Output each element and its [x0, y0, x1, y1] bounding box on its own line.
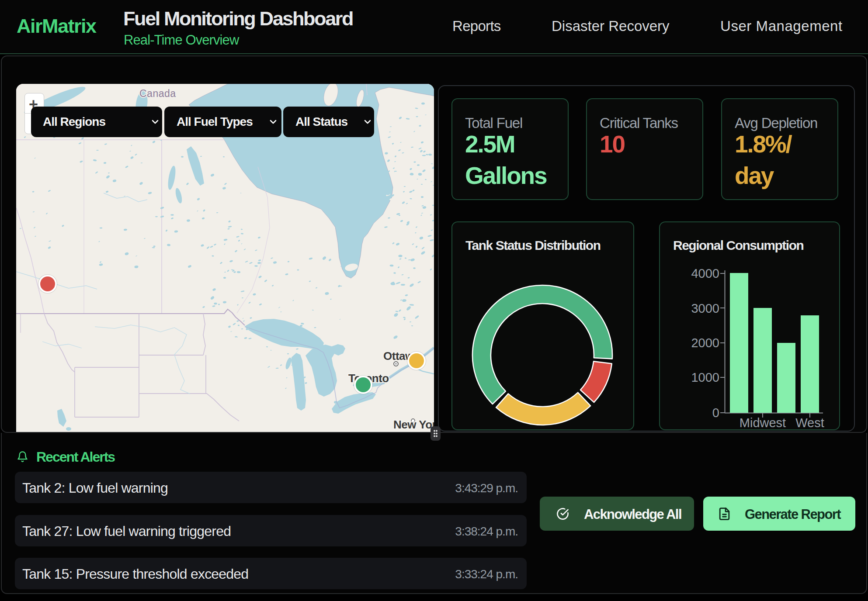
svg-text:2000: 2000	[691, 336, 719, 350]
svg-text:3000: 3000	[691, 301, 719, 315]
svg-text:Midwest: Midwest	[740, 416, 786, 430]
svg-text:West: West	[795, 416, 824, 430]
svg-text:1000: 1000	[691, 370, 719, 384]
svg-text:0: 0	[712, 406, 719, 420]
svg-text:4000: 4000	[691, 266, 719, 280]
svg-text:New York: New York	[393, 418, 434, 431]
svg-text:Canada: Canada	[139, 88, 176, 99]
